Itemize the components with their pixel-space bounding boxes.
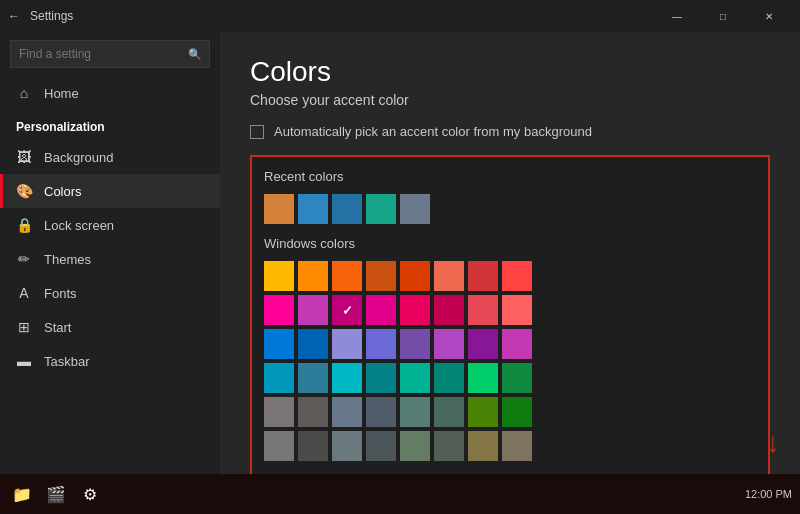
windows-color-swatch[interactable] [400, 329, 430, 359]
windows-color-swatch[interactable] [400, 261, 430, 291]
taskbar: 📁 🎬 ⚙ 12:00 PM [0, 474, 800, 514]
taskbar-right: 12:00 PM [745, 488, 792, 500]
sidebar-item-start[interactable]: ⊞ Start [0, 310, 220, 344]
recent-color-swatch[interactable] [298, 194, 328, 224]
windows-color-swatch[interactable] [298, 261, 328, 291]
windows-color-swatch[interactable] [468, 431, 498, 461]
windows-color-swatch[interactable] [502, 363, 532, 393]
recent-color-swatch[interactable] [366, 194, 396, 224]
windows-color-swatch[interactable] [434, 431, 464, 461]
windows-color-swatch[interactable] [400, 431, 430, 461]
windows-color-swatch[interactable] [332, 295, 362, 325]
sidebar-item-label: Start [44, 320, 71, 335]
color-panel: Recent colors Windows colors [250, 155, 770, 474]
recent-colors-row [264, 194, 756, 224]
windows-color-swatch[interactable] [468, 397, 498, 427]
sidebar-item-label: Lock screen [44, 218, 114, 233]
sidebar-item-themes[interactable]: ✏ Themes [0, 242, 220, 276]
windows-color-swatch[interactable] [332, 431, 362, 461]
recent-color-swatch[interactable] [332, 194, 362, 224]
sidebar-item-home[interactable]: ⌂ Home [0, 76, 220, 110]
windows-color-swatch[interactable] [502, 295, 532, 325]
sidebar-section-label: Personalization [0, 114, 220, 140]
recent-color-swatch[interactable] [400, 194, 430, 224]
windows-color-swatch[interactable] [400, 363, 430, 393]
windows-color-swatch[interactable] [366, 329, 396, 359]
recent-colors-label: Recent colors [264, 169, 756, 184]
windows-color-swatch[interactable] [264, 363, 294, 393]
windows-color-row [264, 397, 756, 427]
taskbar-media-icon[interactable]: 🎬 [42, 480, 70, 508]
windows-color-swatch[interactable] [298, 397, 328, 427]
windows-color-swatch[interactable] [332, 397, 362, 427]
windows-color-swatch[interactable] [298, 431, 328, 461]
sidebar-item-label: Colors [44, 184, 82, 199]
windows-color-swatch[interactable] [468, 363, 498, 393]
windows-color-swatch[interactable] [366, 431, 396, 461]
windows-color-swatch[interactable] [264, 329, 294, 359]
windows-color-swatch[interactable] [366, 295, 396, 325]
windows-color-swatch[interactable] [298, 363, 328, 393]
windows-color-swatch[interactable] [332, 261, 362, 291]
windows-color-swatch[interactable] [298, 329, 328, 359]
windows-color-row [264, 295, 756, 325]
windows-color-row [264, 261, 756, 291]
windows-color-swatch[interactable] [468, 295, 498, 325]
windows-color-swatch[interactable] [264, 261, 294, 291]
home-icon: ⌂ [16, 85, 32, 101]
windows-color-swatch[interactable] [332, 363, 362, 393]
taskbar-icon: ▬ [16, 353, 32, 369]
windows-color-swatch[interactable] [468, 329, 498, 359]
sidebar: 🔍 ⌂ Home Personalization 🖼 Background 🎨 … [0, 32, 220, 474]
windows-color-swatch[interactable] [468, 261, 498, 291]
auto-pick-checkbox[interactable] [250, 125, 264, 139]
back-button[interactable]: ← [8, 9, 20, 23]
sidebar-item-background[interactable]: 🖼 Background [0, 140, 220, 174]
windows-color-swatch[interactable] [264, 397, 294, 427]
windows-color-row [264, 329, 756, 359]
windows-color-swatch[interactable] [366, 261, 396, 291]
windows-colors-grid [264, 261, 756, 461]
sidebar-item-label: Taskbar [44, 354, 90, 369]
taskbar-settings-icon[interactable]: ⚙ [76, 480, 104, 508]
search-input[interactable] [10, 40, 210, 68]
windows-color-swatch[interactable] [298, 295, 328, 325]
close-button[interactable]: ✕ [746, 0, 792, 32]
sidebar-item-lockscreen[interactable]: 🔒 Lock screen [0, 208, 220, 242]
recent-color-swatch[interactable] [264, 194, 294, 224]
windows-color-swatch[interactable] [400, 295, 430, 325]
themes-icon: ✏ [16, 251, 32, 267]
main-content: Colors Choose your accent color Automati… [220, 32, 800, 474]
windows-color-swatch[interactable] [332, 329, 362, 359]
windows-color-swatch[interactable] [434, 329, 464, 359]
windows-color-swatch[interactable] [400, 397, 430, 427]
sidebar-item-colors[interactable]: 🎨 Colors [0, 174, 220, 208]
start-icon: ⊞ [16, 319, 32, 335]
windows-color-swatch[interactable] [434, 397, 464, 427]
window-controls: — □ ✕ [654, 0, 792, 32]
windows-color-swatch[interactable] [366, 363, 396, 393]
sidebar-item-label: Themes [44, 252, 91, 267]
sidebar-item-fonts[interactable]: A Fonts [0, 276, 220, 310]
windows-color-swatch[interactable] [434, 261, 464, 291]
windows-color-swatch[interactable] [502, 397, 532, 427]
minimize-button[interactable]: — [654, 0, 700, 32]
windows-color-swatch[interactable] [366, 397, 396, 427]
maximize-button[interactable]: □ [700, 0, 746, 32]
windows-color-swatch[interactable] [502, 431, 532, 461]
windows-color-swatch[interactable] [434, 363, 464, 393]
windows-colors-label: Windows colors [264, 236, 756, 251]
fonts-icon: A [16, 285, 32, 301]
windows-color-row [264, 431, 756, 461]
taskbar-folder-icon[interactable]: 📁 [8, 480, 36, 508]
taskbar-time: 12:00 PM [745, 488, 792, 500]
sidebar-item-taskbar[interactable]: ▬ Taskbar [0, 344, 220, 378]
windows-color-swatch[interactable] [502, 329, 532, 359]
windows-color-swatch[interactable] [502, 261, 532, 291]
windows-color-swatch[interactable] [434, 295, 464, 325]
window-title: Settings [30, 9, 73, 23]
windows-color-swatch[interactable] [264, 431, 294, 461]
sidebar-item-label: Home [44, 86, 79, 101]
windows-color-swatch[interactable] [264, 295, 294, 325]
search-box[interactable]: 🔍 [10, 40, 210, 68]
